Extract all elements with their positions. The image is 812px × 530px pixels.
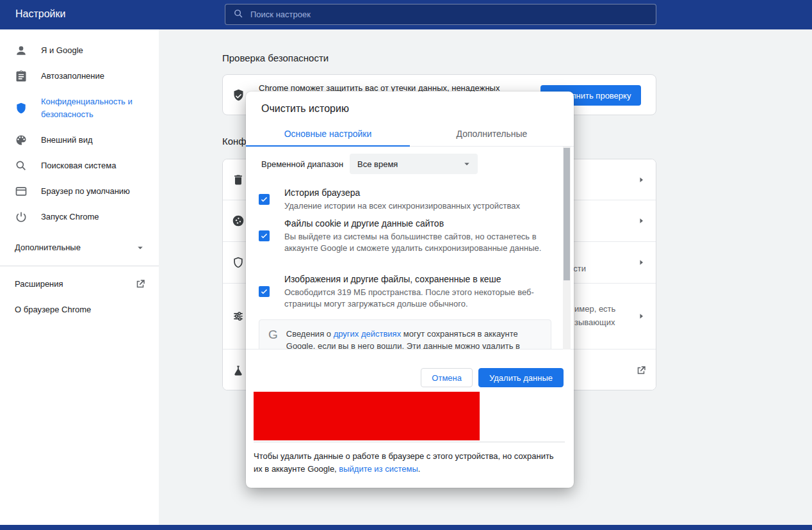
dialog-tabs: Основные настройки Дополнительные <box>246 122 574 147</box>
cookie-icon <box>232 214 245 227</box>
other-activity-link[interactable]: других действиях <box>334 329 402 339</box>
signout-note: Чтобы удалить данные о работе в браузере… <box>254 450 560 476</box>
tab-basic[interactable]: Основные настройки <box>246 122 410 146</box>
sidebar-item-extensions[interactable]: Расширения <box>0 271 159 297</box>
checkbox-title: История браузера <box>284 186 544 199</box>
chevron-down-icon <box>134 242 146 253</box>
settings-toolbar: Настройки <box>0 0 812 29</box>
dialog-scrollbar-thumb[interactable] <box>564 148 570 280</box>
person-icon <box>15 44 28 57</box>
google-g-icon: G <box>268 328 278 349</box>
sidebar-item-you-and-google[interactable]: Я и Google <box>0 38 159 63</box>
clipped-text-fragment: имер, есть <box>574 304 615 314</box>
sidebar-item-appearance[interactable]: Внешний вид <box>0 127 159 153</box>
sidebar-item-about-chrome[interactable]: О браузере Chrome <box>0 297 159 323</box>
cookies-checkbox[interactable] <box>259 230 270 241</box>
cancel-button[interactable]: Отмена <box>421 368 473 387</box>
sidebar-item-search-engine[interactable]: Поисковая система <box>0 153 159 179</box>
subpage-arrow-icon <box>635 215 647 227</box>
checkbox-description: Освободится 319 МБ пространства. После э… <box>284 287 544 310</box>
sidebar-item-label: Запуск Chrome <box>41 211 99 223</box>
sidebar-item-on-startup[interactable]: Запуск Chrome <box>0 204 159 230</box>
time-range-value: Все время <box>357 159 461 169</box>
sidebar-item-label: О браузере Chrome <box>15 303 91 316</box>
checkbox-title: Файлы cookie и другие данные сайтов <box>284 217 544 230</box>
search-icon <box>233 8 244 21</box>
shield-check-icon <box>232 88 245 102</box>
external-link-icon <box>134 278 146 290</box>
browser-icon <box>15 185 28 198</box>
time-range-label: Временной диапазон <box>261 159 343 169</box>
dialog-title: Очистить историю <box>261 103 349 115</box>
dropdown-arrow-icon <box>461 158 473 170</box>
sidebar-item-label: Внешний вид <box>41 134 93 147</box>
google-account-note: G Сведения о других действиях могут сохр… <box>259 319 551 349</box>
checkbox-row-browsing-history: История браузера Удаление истории на все… <box>259 186 544 212</box>
power-icon <box>15 211 28 223</box>
clipped-text-fragment: зывающих <box>574 317 615 328</box>
autofill-icon <box>15 70 28 83</box>
dialog-footer-divider <box>254 442 565 442</box>
checkbox-row-cookies: Файлы cookie и другие данные сайтов Вы в… <box>259 217 544 254</box>
settings-sidebar: Я и Google Автозаполнение Конфиденциальн… <box>0 29 159 525</box>
checkbox-description: Удаление истории на всех синхронизирован… <box>284 200 544 212</box>
tune-icon <box>232 310 245 323</box>
dialog-scrollbar-track[interactable] <box>563 147 571 349</box>
clear-data-button[interactable]: Удалить данные <box>478 368 564 387</box>
clear-browsing-data-dialog: Очистить историю Основные настройки Допо… <box>246 92 574 488</box>
sidebar-item-label: Поисковая система <box>41 159 117 172</box>
external-link-icon <box>635 365 647 376</box>
checkbox-description: Вы выйдете из системы на большинстве сай… <box>284 231 544 254</box>
bottom-bar <box>0 525 812 530</box>
signout-note-suffix: . <box>418 464 421 474</box>
redaction-box <box>254 392 480 440</box>
flask-icon <box>232 364 245 377</box>
cached-files-checkbox[interactable] <box>259 286 270 297</box>
page-title: Настройки <box>15 8 65 20</box>
sidebar-item-advanced[interactable]: Дополнительные <box>0 235 159 261</box>
browsing-history-checkbox[interactable] <box>259 194 270 205</box>
time-range-select[interactable]: Все время <box>350 154 478 174</box>
sidebar-item-label: Дополнительные <box>15 241 81 254</box>
sidebar-item-label: Конфиденциальность и безопасность <box>41 95 138 121</box>
security-shield-icon <box>232 256 245 269</box>
subpage-arrow-icon <box>635 174 647 186</box>
checkbox-row-cached-files: Изображения и другие файлы, сохраненные … <box>259 273 544 310</box>
magnifier-icon <box>15 159 28 172</box>
sidebar-divider <box>0 266 159 266</box>
sidebar-item-label: Я и Google <box>41 44 83 57</box>
chrome-settings-page: Настройки Я и Google Автозаполнение Ко <box>0 0 812 530</box>
tab-advanced[interactable]: Дополнительные <box>410 122 574 146</box>
palette-icon <box>15 134 28 147</box>
sidebar-item-default-browser[interactable]: Браузер по умолчанию <box>0 179 159 204</box>
sidebar-item-label: Автозаполнение <box>41 70 104 83</box>
shield-icon <box>15 102 28 115</box>
sidebar-item-autofill[interactable]: Автозаполнение <box>0 63 159 89</box>
google-note-prefix: Сведения о <box>286 329 334 339</box>
dialog-actions: Отмена Удалить данные <box>421 368 564 387</box>
sidebar-item-label: Браузер по умолчанию <box>41 185 130 198</box>
subpage-arrow-icon <box>635 310 647 322</box>
search-input[interactable] <box>250 10 648 19</box>
trash-icon <box>232 173 245 186</box>
subpage-arrow-icon <box>635 257 647 268</box>
settings-search[interactable] <box>225 4 656 25</box>
signout-link[interactable]: выйдите из системы <box>339 464 418 474</box>
sidebar-item-label: Расширения <box>15 278 63 291</box>
dialog-scroll-area: Временной диапазон Все время История бра… <box>246 147 574 349</box>
sidebar-item-privacy-and-security[interactable]: Конфиденциальность и безопасность <box>0 89 159 127</box>
safety-check-heading: Проверка безопасности <box>222 52 329 63</box>
checkbox-title: Изображения и другие файлы, сохраненные … <box>284 273 544 285</box>
